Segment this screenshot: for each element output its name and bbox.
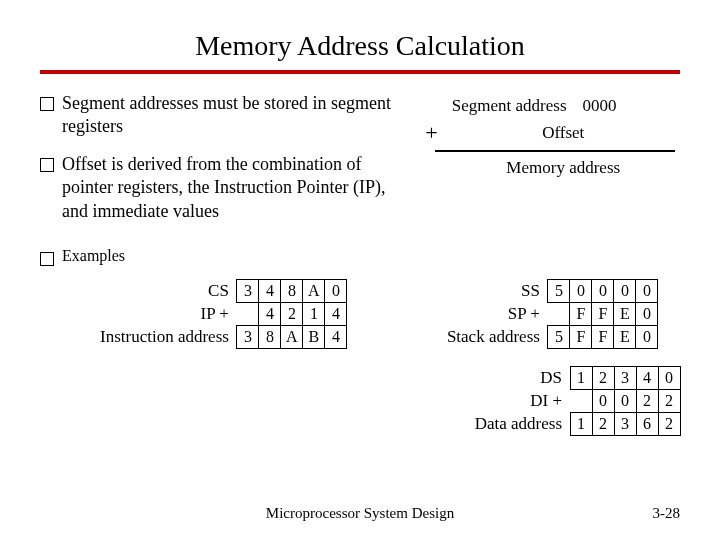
hex-cell: 2 — [658, 389, 681, 413]
example-cs: CS 3 4 8 A 0 IP + 4 2 1 4 Instruction ad… — [100, 280, 347, 349]
hex-cell: 0 — [658, 366, 681, 390]
hex-cell: 0 — [614, 389, 637, 413]
tables-row-1: CS 3 4 8 A 0 IP + 4 2 1 4 Instruction ad… — [100, 280, 680, 349]
bullet-text: Segment addresses must be stored in segm… — [62, 92, 397, 139]
hex-cell: 0 — [635, 325, 658, 349]
ds-label: DS — [100, 368, 570, 388]
sp-label: SP + — [447, 304, 548, 324]
ss-label: SS — [447, 281, 548, 301]
hex-cell: 4 — [324, 325, 347, 349]
hex-cell: 8 — [280, 279, 303, 303]
bullet-box-icon — [40, 97, 54, 111]
hex-cell: 0 — [613, 279, 636, 303]
hex-cell: F — [591, 302, 614, 326]
cs-label: CS — [100, 281, 237, 301]
hex-cell: F — [569, 325, 592, 349]
data-address-label: Data address — [100, 414, 570, 434]
tables-row-2: DS 1 2 3 4 0 DI + 0 0 2 2 Data address 1… — [100, 367, 680, 436]
hex-cell: 3 — [614, 366, 637, 390]
offset-label: Offset — [447, 123, 681, 143]
diagram-row-segment: Segment address 0000 — [417, 96, 681, 116]
hex-cell: 3 — [614, 412, 637, 436]
hex-cell: B — [302, 325, 325, 349]
diagram-row-offset: + Offset — [417, 120, 681, 146]
hex-cell: 6 — [636, 412, 659, 436]
segment-address-label: Segment address — [417, 96, 577, 116]
bullet-item: Examples — [40, 247, 680, 266]
di-label: DI + — [100, 391, 570, 411]
diagram-row-result: Memory address — [417, 158, 681, 178]
hex-cell: 5 — [547, 325, 570, 349]
ip-label: IP + — [100, 304, 237, 324]
plus-symbol: + — [417, 120, 447, 146]
hex-cell: 1 — [570, 412, 593, 436]
stack-address-label: Stack address — [447, 327, 548, 347]
hex-cell: 0 — [635, 279, 658, 303]
example-ds: DS 1 2 3 4 0 DI + 0 0 2 2 Data address 1… — [100, 367, 680, 436]
hex-cell: 0 — [635, 302, 658, 326]
slide-title: Memory Address Calculation — [40, 30, 680, 62]
hex-cell: 0 — [592, 389, 615, 413]
bullet-box-icon — [40, 252, 54, 266]
hex-cell: E — [613, 325, 636, 349]
examples-block: Examples CS 3 4 8 A 0 IP + 4 2 1 4 — [40, 247, 680, 436]
hex-cell: E — [613, 302, 636, 326]
hex-cell: 0 — [591, 279, 614, 303]
example-ss: SS 5 0 0 0 0 SP + F F E 0 Stack address … — [447, 280, 658, 349]
hex-cell: 4 — [258, 302, 281, 326]
slide: Memory Address Calculation Segment addre… — [0, 0, 720, 540]
hex-cell: 5 — [547, 279, 570, 303]
bullet-item: Offset is derived from the combination o… — [40, 153, 397, 223]
hex-cell: 1 — [570, 366, 593, 390]
hex-cell: 2 — [658, 412, 681, 436]
bullets-column: Segment addresses must be stored in segm… — [40, 92, 397, 237]
bullet-text: Offset is derived from the combination o… — [62, 153, 397, 223]
hex-cell: 4 — [258, 279, 281, 303]
hex-cell: 8 — [258, 325, 281, 349]
content-row: Segment addresses must be stored in segm… — [40, 92, 680, 237]
page-number: 3-28 — [653, 505, 681, 522]
hex-cell: A — [280, 325, 303, 349]
hex-cell: 0 — [324, 279, 347, 303]
hex-cell: 2 — [280, 302, 303, 326]
segment-zeros: 0000 — [577, 96, 633, 116]
diagram-rule — [435, 150, 675, 152]
hex-cell: 4 — [324, 302, 347, 326]
bullet-item: Segment addresses must be stored in segm… — [40, 92, 397, 139]
hex-cell: 1 — [302, 302, 325, 326]
hex-cell: F — [591, 325, 614, 349]
memory-address-label: Memory address — [447, 158, 681, 178]
bullet-box-icon — [40, 158, 54, 172]
hex-cell: F — [569, 302, 592, 326]
hex-cell: 4 — [636, 366, 659, 390]
hex-cell: 3 — [236, 325, 259, 349]
instruction-address-label: Instruction address — [100, 327, 237, 347]
title-rule — [40, 70, 680, 74]
hex-cell: 2 — [636, 389, 659, 413]
hex-cell: 2 — [592, 412, 615, 436]
hex-cell: 2 — [592, 366, 615, 390]
hex-cell: A — [302, 279, 325, 303]
hex-cell: 0 — [569, 279, 592, 303]
bullet-text: Examples — [62, 247, 125, 266]
calculation-diagram: Segment address 0000 + Offset Memory add… — [417, 92, 681, 237]
hex-cell: 3 — [236, 279, 259, 303]
slide-footer: Microprocessor System Design — [0, 505, 720, 522]
